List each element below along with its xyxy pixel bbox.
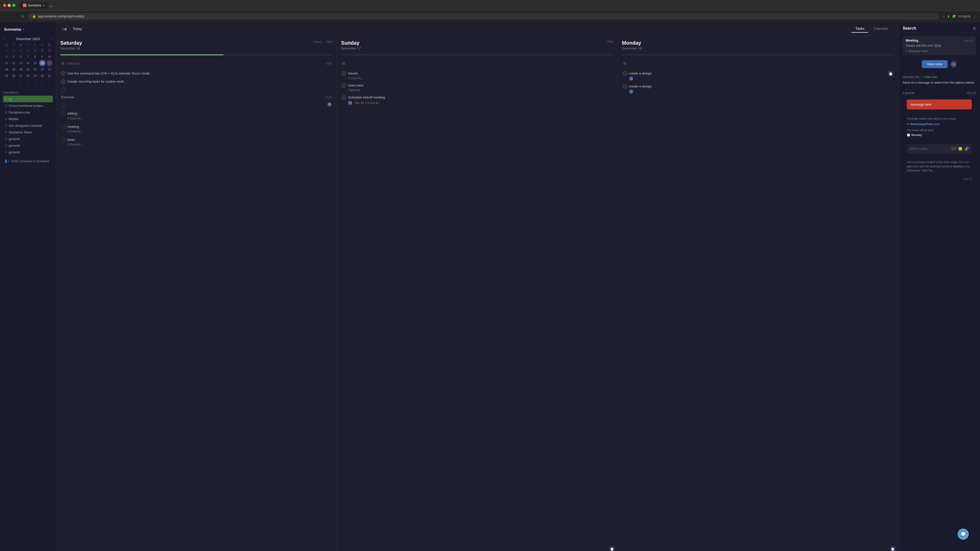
cal-day[interactable]: 11 xyxy=(3,60,10,66)
cal-day[interactable]: 26 xyxy=(11,73,17,79)
sidebar-item-sunsama-tasks[interactable]: # Sunsama Tasks xyxy=(3,129,53,135)
cal-day[interactable]: 3 xyxy=(46,47,52,53)
sidebar-item-all[interactable]: # all xyxy=(3,96,53,102)
today-button[interactable]: Today xyxy=(70,26,84,32)
collapse-sidebar-button[interactable]: |◀ xyxy=(62,27,66,32)
cal-day[interactable]: 23 xyxy=(39,66,45,73)
task-item[interactable]: ✓ Create recurring tasks for routine wor… xyxy=(59,78,334,86)
task-checkbox[interactable] xyxy=(61,111,65,116)
task-checkbox[interactable] xyxy=(61,103,65,106)
sidebar-item-general-2[interactable]: # general xyxy=(3,142,53,149)
task-checkbox[interactable]: ✓ xyxy=(342,95,346,100)
cal-day[interactable]: 1 xyxy=(3,79,10,85)
doc-icon[interactable]: 📄 xyxy=(609,546,614,551)
cal-day[interactable]: 12 xyxy=(11,60,17,66)
cal-day-today[interactable]: 16 xyxy=(39,60,45,66)
task-checkbox[interactable] xyxy=(61,138,65,142)
cal-day[interactable]: 2 xyxy=(39,47,45,53)
task-item[interactable]: ✓ Schedule kickoff meeting 👥 Dec 20 # Cr… xyxy=(340,94,614,106)
link-icon[interactable]: 🔗 xyxy=(964,147,969,151)
task-checkbox[interactable]: ✓ xyxy=(623,71,627,76)
cal-day[interactable]: 6 xyxy=(39,79,45,85)
cal-day[interactable]: 3 xyxy=(18,79,24,85)
cal-day[interactable]: 28 xyxy=(25,73,31,79)
task-item[interactable]: ✓ Use the command bar (Ctrl + K) to acti… xyxy=(59,69,334,78)
add-task-button-sunday[interactable]: ⊕ xyxy=(340,59,614,67)
task-item[interactable]: ✓ create a design 👥 📄 xyxy=(621,69,895,83)
chat-icon[interactable]: 💬 xyxy=(958,529,969,540)
cal-day[interactable]: 1 xyxy=(32,47,38,53)
cal-day[interactable]: 25 xyxy=(3,73,10,79)
task-item[interactable]: meeting # Cross-fu... xyxy=(59,123,334,135)
task-checkbox[interactable] xyxy=(61,125,65,129)
new-tab-button[interactable]: + xyxy=(49,4,53,9)
bookmark-button[interactable]: ☆ xyxy=(942,14,945,18)
cal-day[interactable]: 29 xyxy=(32,73,38,79)
add-task-button[interactable]: ⊕ Add task 0:55 xyxy=(59,59,334,67)
task-checkbox[interactable]: ✓ xyxy=(342,71,346,76)
task-item[interactable]: ✓ create a design 👥 xyxy=(621,83,895,95)
reload-button[interactable]: ↻ xyxy=(21,13,25,19)
cal-day[interactable]: 27 xyxy=(18,73,24,79)
cal-day[interactable]: 7 xyxy=(46,79,52,85)
sidebar-item-cross-functional[interactable]: # Cross-functional projec... xyxy=(3,102,53,109)
forward-button[interactable]: → xyxy=(12,13,18,19)
sidebar-item-middle[interactable]: # Middle xyxy=(3,116,53,122)
view-more-button[interactable]: View more xyxy=(922,60,948,68)
sidebar-item-general-3[interactable]: # general xyxy=(3,149,53,156)
task-checkbox[interactable]: ✓ xyxy=(623,84,627,89)
cal-day[interactable]: 22 xyxy=(32,66,38,73)
cal-day[interactable]: 13 xyxy=(18,60,24,66)
extensions-button[interactable]: 🧩 xyxy=(952,14,956,18)
task-item[interactable] xyxy=(59,86,334,94)
task-checkbox[interactable] xyxy=(61,88,65,92)
cal-day[interactable]: 6 xyxy=(18,54,24,60)
emoji-icon[interactable]: 😊 xyxy=(958,147,963,151)
cal-day[interactable]: 24 xyxy=(46,66,52,73)
sidebar-item-our-designers[interactable]: # Our designers channel xyxy=(3,122,53,129)
task-item[interactable]: ① xyxy=(59,100,334,108)
task-checkbox[interactable]: ✓ xyxy=(61,71,65,76)
browser-tab-sunsama[interactable]: Sunsama ✕ xyxy=(19,2,48,9)
cal-day[interactable]: 31 xyxy=(46,73,52,79)
sidebar-item-designers-one[interactable]: # Designers-one xyxy=(3,109,53,116)
menu-button[interactable]: ⋮ xyxy=(973,14,976,18)
cal-day[interactable]: 4 xyxy=(25,79,31,85)
cal-day[interactable]: 30 xyxy=(39,73,45,79)
close-panel-button[interactable]: ✕ xyxy=(951,61,957,67)
cal-day[interactable]: 4 xyxy=(3,54,10,60)
cal-day[interactable]: 28 xyxy=(11,47,17,53)
cal-day[interactable]: 20 xyxy=(18,66,24,73)
cal-day[interactable]: 10 xyxy=(46,54,52,60)
plan-label[interactable]: Plan xyxy=(608,40,614,44)
write-reply-placeholder[interactable]: Write a reply... xyxy=(910,147,929,151)
focus-label[interactable]: Focus xyxy=(313,40,321,44)
sidebar-item-general-1[interactable]: # general xyxy=(3,135,53,142)
tab-tasks[interactable]: Tasks xyxy=(851,25,869,33)
cal-day-selected[interactable]: 17 xyxy=(46,60,52,66)
calendar-next-button[interactable]: › xyxy=(51,37,53,41)
cal-day[interactable]: 18 xyxy=(3,66,10,73)
cal-day[interactable]: 14 xyxy=(25,60,31,66)
write-reply-area[interactable]: Write a reply... ⌨ 😊 🔗 xyxy=(907,144,972,153)
cal-day[interactable]: 8 xyxy=(32,54,38,60)
address-bar[interactable]: 🔒 app.sunsama.com/group/moodjoy xyxy=(28,13,939,20)
message-input-text[interactable]: message here xyxy=(910,103,931,106)
cal-day[interactable]: 5 xyxy=(32,79,38,85)
doc-icon-monday[interactable]: 📄 xyxy=(890,546,895,551)
download-button[interactable]: ⬇ xyxy=(947,14,950,18)
task-checkbox[interactable]: ✓ xyxy=(61,79,65,84)
tab-close-icon[interactable]: ✕ xyxy=(43,4,45,7)
add-task-button-monday[interactable]: ⊕ xyxy=(621,59,895,67)
cal-day[interactable]: 7 xyxy=(25,54,31,60)
cal-day[interactable]: 19 xyxy=(11,66,17,73)
cal-day[interactable]: 9 xyxy=(39,54,45,60)
doc-icon[interactable]: 📄 xyxy=(888,71,893,76)
app-title-header[interactable]: Sunsama ▾ xyxy=(0,25,56,35)
back-button[interactable]: ← xyxy=(4,13,10,19)
cal-day[interactable]: 2 xyxy=(11,79,17,85)
cal-day[interactable]: 15 xyxy=(32,60,38,66)
cal-day[interactable]: 30 xyxy=(25,47,31,53)
message-input-area[interactable]: message here xyxy=(907,100,972,110)
cal-day[interactable]: 5 xyxy=(11,54,17,60)
